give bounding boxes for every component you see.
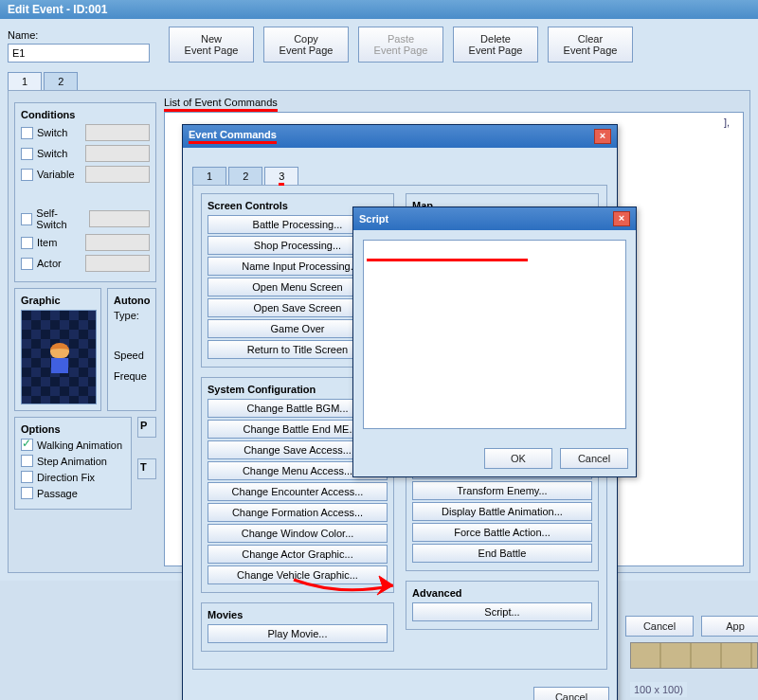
edit-cancel-button[interactable]: Cancel	[625, 616, 694, 637]
movies-group: Movies Play Movie...	[201, 602, 394, 652]
variable-label: Variable	[37, 169, 75, 180]
page-tabs: 1 2	[8, 72, 750, 90]
autonomous-group: Autono Type: Speed Freque	[107, 288, 156, 411]
dirfix-check[interactable]	[21, 471, 33, 483]
conditions-group: Conditions Switch Switch Variable Self-S…	[14, 102, 156, 282]
graphic-preview[interactable]	[21, 310, 97, 404]
paste-page-button: Paste Event Page	[358, 27, 443, 63]
advanced-group: Advanced Script...	[406, 581, 599, 630]
switch1-label: Switch	[37, 127, 67, 138]
change-vehicle-graphic-button[interactable]: Change Vehicle Graphic...	[208, 565, 388, 584]
tab-1[interactable]: 1	[8, 72, 42, 90]
dirfix-label: Direction Fix	[37, 472, 95, 483]
name-input[interactable]	[8, 44, 150, 63]
change-encounter-button[interactable]: Change Encounter Access...	[208, 482, 388, 501]
walking-label: Walking Animation	[37, 440, 122, 451]
autonomous-title: Autono	[114, 295, 150, 306]
change-window-button[interactable]: Change Window Color...	[208, 524, 388, 543]
list-title: List of Event Commands	[164, 97, 278, 112]
script-ok-button[interactable]: OK	[484, 448, 552, 469]
play-movie-button[interactable]: Play Movie...	[208, 624, 388, 643]
evcmd-cancel-button[interactable]: Cancel	[533, 687, 609, 700]
script-close-icon[interactable]: ×	[613, 211, 630, 226]
clear-page-button[interactable]: Clear Event Page	[548, 27, 633, 63]
graphic-title: Graphic	[21, 295, 95, 306]
delete-page-button[interactable]: Delete Event Page	[453, 27, 538, 63]
transform-enemy-button[interactable]: Transform Enemy...	[412, 481, 592, 500]
evtab-1[interactable]: 1	[192, 167, 226, 185]
switch1-check[interactable]	[21, 127, 33, 139]
passage-check[interactable]	[21, 487, 33, 499]
selfswitch-check[interactable]	[21, 213, 32, 225]
change-formation-button[interactable]: Change Formation Access...	[208, 503, 388, 522]
evtab-3[interactable]: 3	[264, 167, 298, 185]
tileset-strip	[630, 642, 758, 669]
script-dialog: Script × OK Cancel	[352, 206, 637, 477]
script-textarea[interactable]	[363, 240, 626, 429]
name-label: Name:	[8, 29, 159, 41]
edit-apply-button[interactable]: App	[701, 616, 758, 637]
conditions-title: Conditions	[21, 109, 150, 120]
trigger-label: T	[140, 461, 153, 473]
annotation-underline	[367, 259, 528, 261]
item-label: Item	[37, 237, 57, 248]
titlebar: Edit Event - ID:001	[0, 0, 758, 19]
force-action-button[interactable]: Force Battle Action...	[412, 523, 592, 542]
actor-check[interactable]	[21, 258, 33, 270]
selfswitch-label: Self-Switch	[36, 207, 85, 230]
switch2-check[interactable]	[21, 148, 33, 160]
freq-label: Freque	[114, 370, 150, 382]
display-anim-button[interactable]: Display Battle Animation...	[412, 502, 592, 521]
script-cancel-button[interactable]: Cancel	[560, 448, 628, 469]
walking-check[interactable]	[21, 439, 33, 451]
end-battle-button[interactable]: End Battle	[412, 544, 592, 563]
passage-label: Passage	[37, 488, 78, 499]
step-label: Step Animation	[37, 456, 107, 467]
sprite-icon	[45, 343, 75, 381]
evcmd-title: Event Commands	[189, 129, 277, 144]
script-title: Script	[359, 213, 388, 224]
actor-label: Actor	[37, 258, 62, 269]
movies-title: Movies	[208, 609, 388, 620]
copy-page-button[interactable]: Copy Event Page	[263, 27, 349, 63]
speed-label: Speed	[114, 350, 150, 361]
type-label: Type:	[114, 310, 150, 321]
switch2-label: Switch	[37, 148, 67, 159]
graphic-group: Graphic	[14, 288, 101, 411]
tab-2[interactable]: 2	[44, 72, 78, 90]
item-check[interactable]	[21, 237, 33, 249]
step-check[interactable]	[21, 455, 33, 467]
change-actor-graphic-button[interactable]: Change Actor Graphic...	[208, 545, 388, 564]
priority-label: P	[140, 420, 153, 431]
evtab-2[interactable]: 2	[228, 167, 262, 185]
advanced-title: Advanced	[412, 587, 592, 599]
options-title: Options	[21, 423, 125, 435]
variable-check[interactable]	[21, 169, 33, 181]
options-group: Options Walking Animation Step Animation…	[14, 417, 132, 510]
new-page-button[interactable]: New Event Page	[169, 27, 254, 63]
close-icon[interactable]: ×	[594, 129, 611, 144]
script-button[interactable]: Script...	[412, 602, 592, 621]
map-dimensions: 100 x 100)	[630, 682, 687, 697]
